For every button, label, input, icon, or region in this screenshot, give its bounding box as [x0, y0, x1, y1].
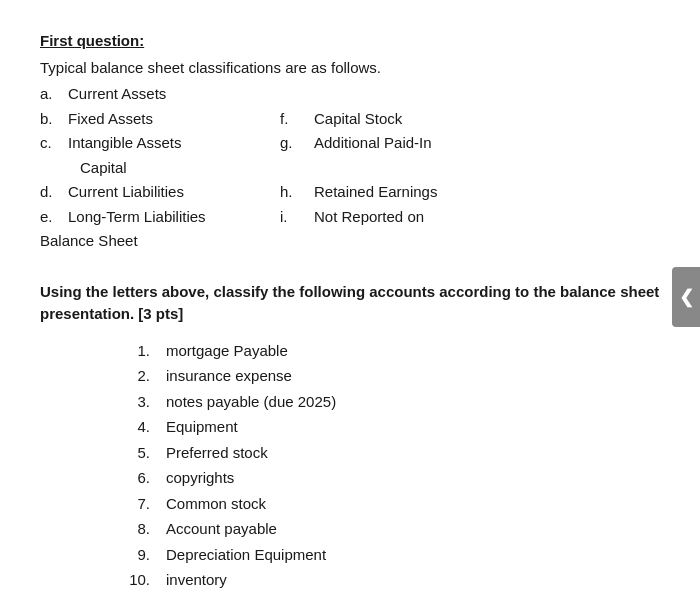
item-text-8: Account payable	[166, 518, 660, 541]
page-title: First question:	[40, 30, 660, 53]
intro-text: Typical balance sheet classifications ar…	[40, 57, 660, 80]
item-c: Intangible Assets	[68, 132, 181, 155]
item-text-7: Common stock	[166, 493, 660, 516]
class-row-b: b. Fixed Assets f. Capital Stock	[40, 108, 660, 131]
item-h: Retained Earnings	[300, 181, 437, 204]
chevron-left-icon: ❮	[679, 286, 694, 308]
item-a: Current Assets	[68, 83, 166, 106]
item-text-4: Equipment	[166, 416, 660, 439]
item-e: Long-Term Liabilities	[68, 206, 206, 229]
item-num-4: 4.	[120, 416, 150, 439]
sidebar-tab-button[interactable]: ❮	[672, 267, 700, 327]
item-num-7: 7.	[120, 493, 150, 516]
letter-a: a.	[40, 83, 68, 106]
page-container: First question: Typical balance sheet cl…	[0, 0, 700, 594]
letter-g: g.	[280, 132, 300, 155]
letter-e: e.	[40, 206, 68, 229]
instructions: Using the letters above, classify the fo…	[40, 281, 660, 326]
section-divider	[40, 269, 660, 281]
item-num-9: 9.	[120, 544, 150, 567]
numbered-list: 1. mortgage Payable 2. insurance expense…	[120, 340, 660, 592]
letter-i: i.	[280, 206, 300, 229]
list-item: 9. Depreciation Equipment	[120, 544, 660, 567]
item-num-6: 6.	[120, 467, 150, 490]
content-area: First question: Typical balance sheet cl…	[0, 0, 700, 594]
list-item: 3. notes payable (due 2025)	[120, 391, 660, 414]
item-b: Fixed Assets	[68, 108, 153, 131]
classifications: a. Current Assets b. Fixed Assets f. Cap…	[40, 83, 660, 253]
list-item: 2. insurance expense	[120, 365, 660, 388]
letter-c: c.	[40, 132, 68, 155]
list-item: 4. Equipment	[120, 416, 660, 439]
letter-d: d.	[40, 181, 68, 204]
class-row-a: a. Current Assets	[40, 83, 660, 106]
list-item: 1. mortgage Payable	[120, 340, 660, 363]
item-g: Additional Paid-In	[300, 132, 432, 155]
item-g-continued: Capital	[40, 157, 660, 180]
item-text-10: inventory	[166, 569, 660, 592]
item-i-continued: Balance Sheet	[40, 230, 660, 253]
letter-b: b.	[40, 108, 68, 131]
list-item: 8. Account payable	[120, 518, 660, 541]
item-num-2: 2.	[120, 365, 150, 388]
class-row-e: e. Long-Term Liabilities i. Not Reported…	[40, 206, 660, 229]
item-num-10: 10.	[120, 569, 150, 592]
item-text-2: insurance expense	[166, 365, 660, 388]
list-item: 10. inventory	[120, 569, 660, 592]
item-i: Not Reported on	[300, 206, 424, 229]
item-num-3: 3.	[120, 391, 150, 414]
item-num-5: 5.	[120, 442, 150, 465]
list-item: 7. Common stock	[120, 493, 660, 516]
item-text-3: notes payable (due 2025)	[166, 391, 660, 414]
letter-f: f.	[280, 108, 300, 131]
class-row-c: c. Intangible Assets g. Additional Paid-…	[40, 132, 660, 155]
letter-h: h.	[280, 181, 300, 204]
item-num-1: 1.	[120, 340, 150, 363]
item-text-6: copyrights	[166, 467, 660, 490]
item-text-9: Depreciation Equipment	[166, 544, 660, 567]
item-f: Capital Stock	[300, 108, 402, 131]
item-num-8: 8.	[120, 518, 150, 541]
list-item: 5. Preferred stock	[120, 442, 660, 465]
list-item: 6. copyrights	[120, 467, 660, 490]
item-text-1: mortgage Payable	[166, 340, 660, 363]
item-d: Current Liabilities	[68, 181, 184, 204]
item-text-5: Preferred stock	[166, 442, 660, 465]
class-row-d: d. Current Liabilities h. Retained Earni…	[40, 181, 660, 204]
